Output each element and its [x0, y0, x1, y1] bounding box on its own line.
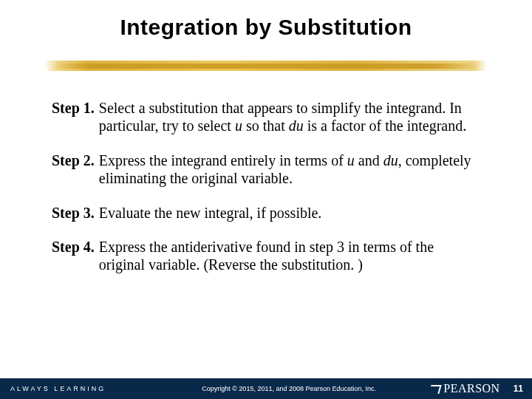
step-text: Express the antiderivative found in step…: [99, 239, 434, 273]
footer-bar: ALWAYS LEARNING Copyright © 2015, 2011, …: [0, 378, 532, 399]
step-text: du: [289, 117, 304, 134]
step-label: Step 3.: [52, 204, 99, 222]
step-text: is a factor of the integrand.: [304, 117, 466, 134]
slide-title: Integration by Substitution: [0, 0, 532, 40]
step-label: Step 2.: [52, 151, 99, 188]
step-body: Evaluate the new integral, if possible.: [99, 204, 480, 222]
step-text: Express the integrand entirely in terms …: [99, 152, 347, 168]
step-label: Step 1.: [52, 99, 99, 135]
steps-list: Step 1.Select a substitution that appear…: [52, 99, 480, 274]
step-item: Step 4.Express the antiderivative found …: [52, 238, 480, 274]
step-item: Step 3.Evaluate the new integral, if pos…: [52, 204, 480, 222]
step-item: Step 2.Express the integrand entirely in…: [52, 151, 480, 188]
step-body: Express the antiderivative found in step…: [99, 238, 480, 274]
slide: Integration by Substitution Step 1.Selec…: [0, 0, 532, 399]
page-number: 11: [508, 383, 532, 394]
footer-brand: PEARSON: [430, 382, 507, 395]
brush-stroke-icon: [53, 64, 479, 69]
step-text: u: [347, 152, 355, 168]
footer-copyright: Copyright © 2015, 2011, and 2008 Pearson…: [148, 385, 430, 392]
step-item: Step 1.Select a substitution that appear…: [52, 99, 480, 135]
pearson-logo-icon: [430, 383, 440, 394]
step-text: u: [235, 117, 242, 134]
step-text: du: [383, 152, 398, 168]
step-body: Select a substitution that appears to si…: [99, 99, 480, 135]
step-text: Evaluate the new integral, if possible.: [99, 205, 322, 221]
step-label: Step 4.: [52, 238, 99, 274]
title-underline: [44, 56, 488, 78]
footer-brand-text: PEARSON: [443, 382, 499, 395]
step-text: so that: [242, 117, 289, 134]
step-body: Express the integrand entirely in terms …: [99, 151, 480, 188]
footer-tagline: ALWAYS LEARNING: [0, 385, 148, 392]
step-text: and: [355, 152, 383, 168]
